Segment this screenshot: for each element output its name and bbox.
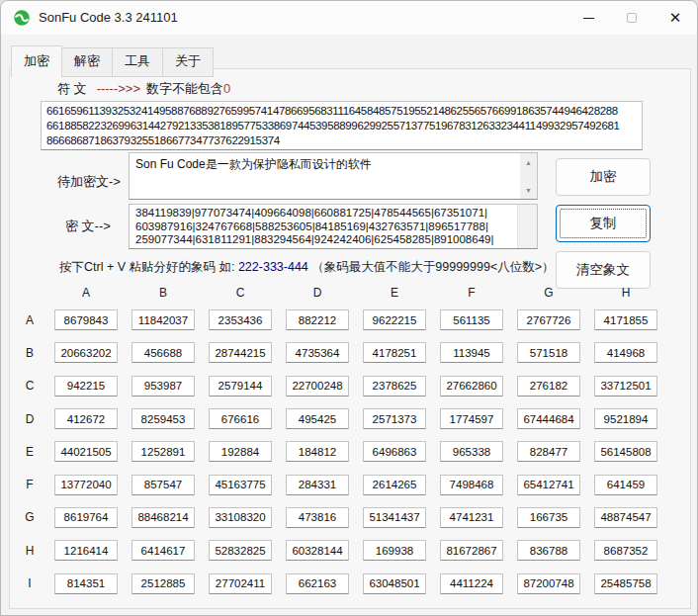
grid-input[interactable] xyxy=(209,408,272,429)
minimize-button[interactable] xyxy=(567,1,610,35)
grid-input[interactable] xyxy=(131,507,195,528)
tab-decrypt[interactable]: 解密 xyxy=(62,47,113,77)
grid-input[interactable] xyxy=(440,540,503,561)
ciphertext-textbox[interactable]: 384119839|977073474|409664098|660881725|… xyxy=(129,204,538,249)
grid-input[interactable] xyxy=(131,540,195,561)
grid-input[interactable] xyxy=(209,507,272,528)
grid-input[interactable] xyxy=(594,309,657,330)
grid-input[interactable] xyxy=(363,507,426,528)
grid-input[interactable] xyxy=(54,573,118,594)
grid-input[interactable] xyxy=(363,441,426,462)
grid-input[interactable] xyxy=(517,507,580,528)
scroll-down-icon[interactable]: ▼ xyxy=(520,183,537,197)
plaintext-scrollbar[interactable]: ▲ ▼ xyxy=(520,153,537,199)
grid-input[interactable] xyxy=(286,573,349,594)
grid-input[interactable] xyxy=(286,540,349,561)
grid-input[interactable] xyxy=(363,376,426,396)
grid-input[interactable] xyxy=(131,408,195,429)
plaintext-label: 待加密文-> xyxy=(57,173,121,191)
grid-input[interactable] xyxy=(594,573,657,594)
runes-arrow: ----->>> xyxy=(97,81,140,96)
grid-input[interactable] xyxy=(363,309,426,330)
grid-input[interactable] xyxy=(286,309,349,330)
grid-input[interactable] xyxy=(131,441,195,462)
grid-input[interactable] xyxy=(209,573,272,594)
grid-input[interactable] xyxy=(286,376,349,396)
grid-input[interactable] xyxy=(517,441,580,462)
grid-input[interactable] xyxy=(54,475,118,495)
maximize-button[interactable] xyxy=(610,1,654,35)
grid-input[interactable] xyxy=(440,408,503,429)
grid-input[interactable] xyxy=(54,342,118,363)
grid-input[interactable] xyxy=(286,441,349,462)
row-label: I xyxy=(28,576,31,590)
grid-input[interactable] xyxy=(54,309,118,330)
grid-input[interactable] xyxy=(594,408,657,429)
grid-input[interactable] xyxy=(286,408,349,429)
column-header: H xyxy=(622,286,631,300)
grid-input[interactable] xyxy=(517,342,580,363)
grid-input[interactable] xyxy=(440,573,503,594)
grid-input[interactable] xyxy=(363,342,426,363)
grid-input[interactable] xyxy=(594,376,657,396)
ciphertext-label: 密 文--> xyxy=(65,218,111,235)
grid-input[interactable] xyxy=(594,475,657,495)
grid-input[interactable] xyxy=(131,309,195,330)
close-button[interactable]: ✕ xyxy=(654,1,697,35)
grid-input[interactable] xyxy=(440,342,503,363)
ciphertext-line: 603987916|324767668|588253605|84185169|4… xyxy=(135,220,531,234)
paste-hint: 按下Ctrl + V 粘贴分好的象码 如: 222-333-444 （象码最大值… xyxy=(59,259,555,276)
grid-input[interactable] xyxy=(363,573,426,594)
tab-encrypt[interactable]: 加密 xyxy=(11,45,62,77)
grid-input[interactable] xyxy=(54,408,118,429)
plaintext-textbox[interactable]: Son Fu Code是一款为保护隐私而设计的软件 ▲ ▼ xyxy=(129,152,538,200)
grid-input[interactable] xyxy=(286,507,349,528)
grid-input[interactable] xyxy=(517,309,580,330)
grid-input[interactable] xyxy=(131,342,195,363)
grid-input[interactable] xyxy=(54,540,118,561)
grid-input[interactable] xyxy=(54,376,118,396)
grid-input[interactable] xyxy=(517,376,580,396)
scroll-up-icon[interactable]: ▲ xyxy=(520,155,537,169)
grid-input[interactable] xyxy=(54,441,118,462)
grid-input[interactable] xyxy=(440,376,503,396)
grid-input[interactable] xyxy=(517,408,580,429)
grid-input[interactable] xyxy=(440,441,503,462)
grid-input[interactable] xyxy=(209,376,272,396)
grid-input[interactable] xyxy=(440,309,503,330)
column-header: A xyxy=(82,286,90,300)
grid-input[interactable] xyxy=(209,441,272,462)
ciphertext-scrollbar[interactable] xyxy=(517,205,537,248)
grid-input[interactable] xyxy=(209,540,272,561)
copy-button[interactable]: 复制 xyxy=(556,205,651,242)
grid-input[interactable] xyxy=(286,342,349,363)
grid-input[interactable] xyxy=(209,309,272,330)
tab-about[interactable]: 关于 xyxy=(163,47,214,77)
grid-input[interactable] xyxy=(594,342,657,363)
grid-input[interactable] xyxy=(54,507,118,528)
grid-input[interactable] xyxy=(131,573,195,594)
encrypt-button[interactable]: 加密 xyxy=(556,158,651,196)
grid-input[interactable] xyxy=(363,540,426,561)
grid-input[interactable] xyxy=(517,573,580,594)
grid-input[interactable] xyxy=(594,507,657,528)
tab-tools[interactable]: 工具 xyxy=(113,47,163,77)
plaintext-value: Son Fu Code是一款为保护隐私而设计的软件 xyxy=(135,156,517,173)
runes-textarea[interactable]: 6616596113932532414958876889276599574147… xyxy=(41,101,643,150)
minimize-icon xyxy=(583,18,594,19)
grid-input[interactable] xyxy=(286,475,349,495)
grid-input[interactable] xyxy=(209,342,272,363)
runes-note: 数字不能包含 xyxy=(146,81,223,96)
grid-input[interactable] xyxy=(517,475,580,495)
row-label: D xyxy=(26,412,35,426)
grid-input[interactable] xyxy=(594,441,657,462)
grid-input[interactable] xyxy=(517,540,580,561)
grid-input[interactable] xyxy=(131,376,195,396)
grid-input[interactable] xyxy=(209,475,272,495)
grid-input[interactable] xyxy=(440,507,503,528)
grid-input[interactable] xyxy=(363,408,426,429)
grid-input[interactable] xyxy=(594,540,657,561)
grid-input[interactable] xyxy=(363,475,426,495)
grid-input[interactable] xyxy=(440,475,503,495)
grid-input[interactable] xyxy=(131,475,195,495)
